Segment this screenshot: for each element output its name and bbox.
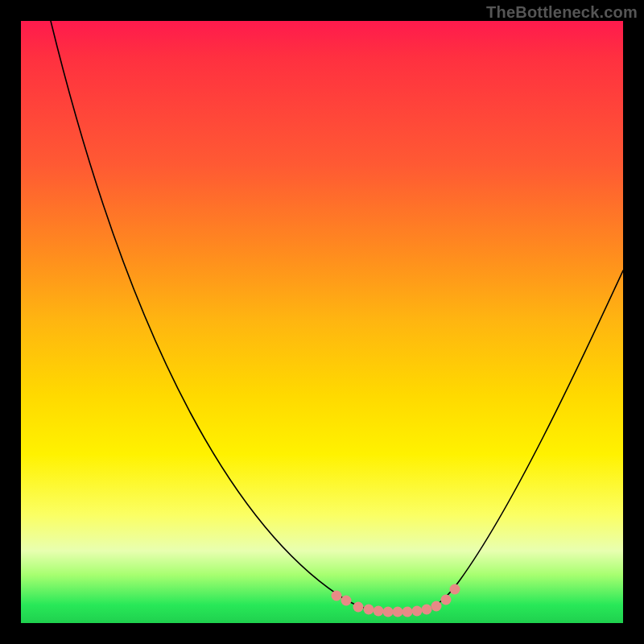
marker-group [332,584,460,617]
marker-dot [393,607,403,617]
marker-dot [441,595,452,605]
chart-frame [21,21,623,623]
chart-markers-layer [21,21,623,623]
watermark-text: TheBottleneck.com [486,3,638,22]
marker-dot [374,606,384,617]
marker-dot [383,607,394,617]
marker-dot [422,605,432,615]
marker-dot [353,602,364,613]
marker-dot [450,584,460,595]
marker-dot [431,601,442,612]
marker-dot [412,606,423,617]
marker-dot [364,605,374,615]
marker-dot [332,591,342,601]
marker-dot [341,596,352,606]
marker-dot [402,607,413,617]
